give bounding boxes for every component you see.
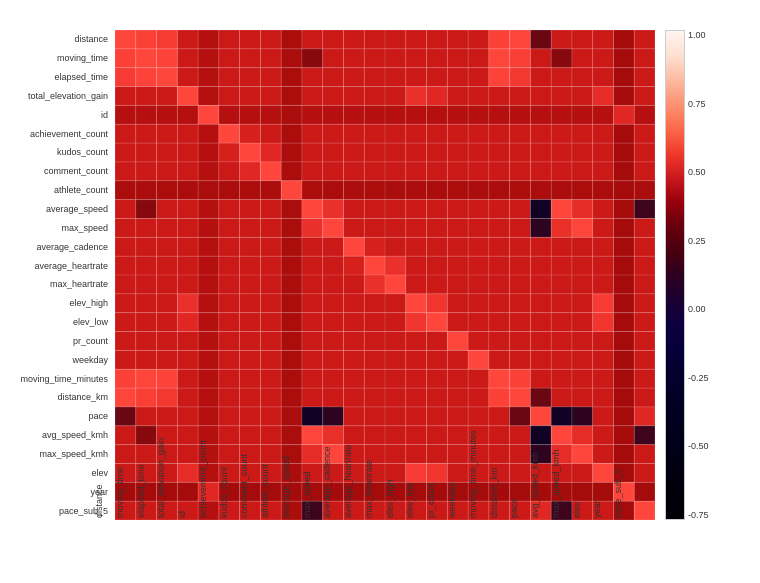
x-label-moving_time_minutes: moving_time_minutes — [468, 460, 489, 520]
x-axis-labels: distancemoving_timeelapsed_timetotal_ele… — [115, 520, 655, 580]
x-label-kudos_count: kudos_count — [219, 460, 240, 520]
x-label-average_cadence: average_cadence — [323, 460, 344, 520]
y-label-max_speed: max_speed — [0, 218, 112, 237]
y-label-elev_low: elev_low — [0, 313, 112, 332]
x-label-distance_km: distance_km — [489, 460, 510, 520]
y-label-elapsed_time: elapsed_time — [0, 68, 112, 87]
x-label-achievement_count: achievement_count — [198, 460, 219, 520]
y-label-avg_speed_kmh: avg_speed_kmh — [0, 426, 112, 445]
x-label-max_speed: max_speed — [302, 460, 323, 520]
y-label-max_heartrate: max_heartrate — [0, 275, 112, 294]
y-label-total_elevation_gain: total_elevation_gain — [0, 87, 112, 106]
x-label-max_speed_kmh: max_speed_kmh — [551, 460, 572, 520]
y-label-average_cadence: average_cadence — [0, 237, 112, 256]
y-label-pr_count: pr_count — [0, 332, 112, 351]
y-label-moving_time_minutes: moving_time_minutes — [0, 369, 112, 388]
x-label-max_heartrate: max_heartrate — [364, 460, 385, 520]
colorbar-tick: 1.00 — [688, 30, 709, 40]
x-label-elev: elev — [572, 460, 593, 520]
x-label-avg_speed_kmh: avg_speed_kmh — [530, 460, 551, 520]
x-label-id: id — [177, 460, 198, 520]
colorbar-ticks: 1.000.750.500.250.00-0.25-0.50-0.75 — [685, 30, 709, 520]
heatmap-area — [115, 30, 655, 520]
x-label-elev_low: elev_low — [406, 460, 427, 520]
x-label-average_speed: average_speed — [281, 460, 302, 520]
colorbar-tick: -0.50 — [688, 441, 709, 451]
colorbar: 1.000.750.500.250.00-0.25-0.50-0.75 — [665, 30, 715, 520]
colorbar-tick: 0.50 — [688, 167, 709, 177]
colorbar-tick: 0.75 — [688, 99, 709, 109]
chart-container: distancemoving_timeelapsed_timetotal_ele… — [0, 0, 760, 583]
y-label-weekday: weekday — [0, 350, 112, 369]
colorbar-tick: -0.75 — [688, 510, 709, 520]
y-label-moving_time: moving_time — [0, 49, 112, 68]
x-label-athlete_count: athlete_count — [260, 460, 281, 520]
x-label-total_elevation_gain: total_elevation_gain — [157, 460, 178, 520]
x-label-pace_sub_5: pace_sub_5 — [613, 460, 634, 520]
y-label-id: id — [0, 105, 112, 124]
x-label-elapsed_time: elapsed_time — [136, 460, 157, 520]
y-label-athlete_count: athlete_count — [0, 181, 112, 200]
colorbar-tick: 0.25 — [688, 236, 709, 246]
y-label-elev_high: elev_high — [0, 294, 112, 313]
x-label-pace: pace — [510, 460, 531, 520]
x-label-pr_count: pr_count — [426, 460, 447, 520]
y-label-distance: distance — [0, 30, 112, 49]
y-axis-labels: distancemoving_timeelapsed_timetotal_ele… — [0, 30, 112, 520]
chart-title — [0, 0, 760, 8]
y-label-kudos_count: kudos_count — [0, 143, 112, 162]
heatmap-canvas — [115, 30, 655, 520]
y-label-average_heartrate: average_heartrate — [0, 256, 112, 275]
x-label-elev_high: elev_high — [385, 460, 406, 520]
y-label-average_speed: average_speed — [0, 200, 112, 219]
colorbar-tick: 0.00 — [688, 304, 709, 314]
x-label-moving_time: moving_time — [115, 460, 136, 520]
x-label-comment_count: comment_count — [240, 460, 261, 520]
colorbar-tick: -0.25 — [688, 373, 709, 383]
y-label-distance_km: distance_km — [0, 388, 112, 407]
x-label-distance: distance — [94, 460, 115, 520]
y-label-pace: pace — [0, 407, 112, 426]
x-label-year: year — [593, 460, 614, 520]
x-label-average_heartrate: average_heartrate — [343, 460, 364, 520]
y-label-comment_count: comment_count — [0, 162, 112, 181]
x-label-weekday: weekday — [447, 460, 468, 520]
y-label-achievement_count: achievement_count — [0, 124, 112, 143]
colorbar-gradient — [665, 30, 685, 520]
